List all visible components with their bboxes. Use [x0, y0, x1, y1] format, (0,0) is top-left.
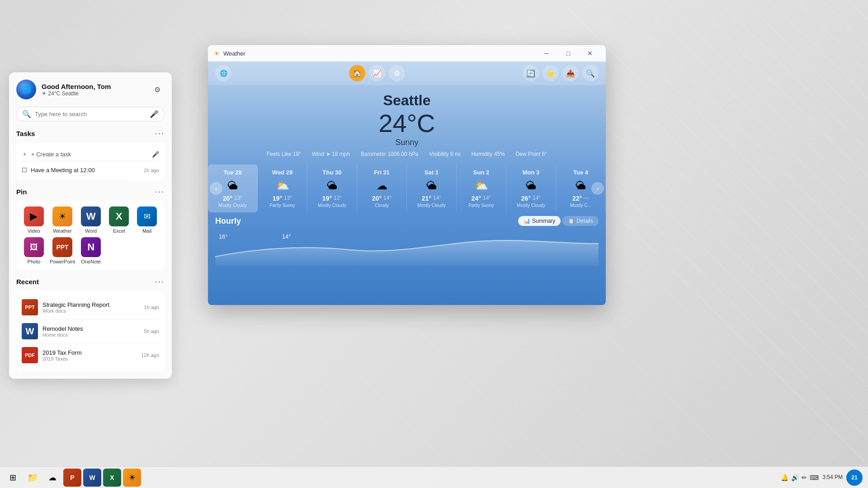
share-button[interactable]: 📤: [562, 65, 579, 81]
forecast-nav-button[interactable]: 📈: [369, 65, 385, 81]
task-item[interactable]: ☐ Have a Meeting at 12:00 2h ago: [22, 165, 159, 175]
weather-window: ☀ Weather ─ □ ✕ 🌐 🏠 📈 ⚙: [208, 45, 606, 305]
hourly-title: Hourly: [215, 216, 241, 226]
city-name: Seattle: [208, 92, 606, 109]
pin-grid: ▶ Video ☀ Weather W Word X Excel ✉ Mail …: [16, 201, 165, 270]
chart-icon: 📊: [524, 218, 530, 224]
forecast-high-2: 19°: [322, 195, 332, 202]
recent-more-button[interactable]: ···: [155, 277, 165, 286]
avatar[interactable]: 🌐: [16, 80, 36, 99]
forecast-prev-button[interactable]: ‹: [210, 182, 222, 195]
excel-icon: X: [109, 206, 129, 226]
search-bar[interactable]: 🔍 🎤: [16, 107, 165, 122]
recent-item-1[interactable]: W Remodel Notes Home docs 5h ago: [22, 319, 159, 343]
recent-item-0[interactable]: PPT Strategic Planning Report Work docs …: [22, 296, 159, 319]
forecast-low-5: 14°: [483, 195, 491, 202]
pin-powerpoint[interactable]: PPT PowerPoint: [50, 237, 75, 264]
details-label: Details: [576, 218, 593, 224]
forecast-low-6: 14°: [533, 195, 541, 202]
forecast-day-5: Sun 2: [473, 169, 489, 176]
notification-badge[interactable]: 21: [846, 469, 863, 486]
recent-file-location-0: Work docs: [42, 308, 109, 314]
system-tray-icon-1[interactable]: 🔔: [781, 474, 788, 481]
desktop: 🌐 Good Afternoon, Tom ☀ 24°C Seattle ⚙ 🔍…: [0, 0, 868, 488]
onedrive-button[interactable]: ☁: [43, 469, 61, 487]
settings-button[interactable]: ⚙: [150, 82, 165, 97]
current-condition: Sunny: [208, 138, 606, 147]
widget-panel: 🌐 Good Afternoon, Tom ☀ 24°C Seattle ⚙ 🔍…: [9, 72, 172, 379]
recent-file-location-1: Home docs: [42, 332, 83, 338]
forecast-day-1: Wed 29: [272, 169, 292, 176]
forecast-item-5[interactable]: Sun 2 ⛅ 24° 14° Partly Sunny: [457, 164, 506, 212]
forecast-item-3[interactable]: Fri 31 ☁ 20° 14° Cloudy: [357, 164, 407, 212]
forecast-high-3: 20°: [372, 195, 382, 202]
create-task-button[interactable]: ＋ + Create a task 🎤: [22, 147, 159, 161]
system-tray: 🔔 🔊 ✏ ⌨: [781, 474, 819, 481]
forecast-item-6[interactable]: Mon 3 🌥 26° 14° Mostly Cloudy: [506, 164, 556, 212]
forecast-item-2[interactable]: Thu 30 🌥 19° 12° Mostly Cloudy: [307, 164, 357, 212]
details-button[interactable]: 📋 Details: [562, 216, 599, 226]
hourly-temp-0: 16°: [219, 233, 228, 240]
weather-taskbar-button[interactable]: ☀: [123, 469, 141, 487]
refresh-button[interactable]: 🔄: [523, 65, 539, 81]
list-icon: 📋: [568, 218, 575, 224]
forecast-icon-5: ⛅: [475, 179, 488, 192]
pin-weather[interactable]: ☀ Weather: [50, 206, 75, 234]
forecast-day-7: Tue 4: [573, 169, 588, 176]
close-button[interactable]: ✕: [580, 47, 600, 60]
pin-word[interactable]: W Word: [79, 206, 103, 234]
forecast-item-4[interactable]: Sat 1 🌥 21° 14° Mostly Cloudy: [407, 164, 457, 212]
forecast-day-0: Tue 28: [223, 169, 241, 176]
recent-file-name-1: Remodel Notes: [42, 325, 83, 332]
pin-excel[interactable]: X Excel: [107, 206, 131, 234]
forecast-next-button[interactable]: ›: [591, 182, 604, 195]
favorite-button[interactable]: ⭐: [542, 65, 559, 81]
summary-button[interactable]: 📊 Summary: [518, 216, 561, 226]
tasks-more-button[interactable]: ···: [155, 129, 165, 138]
taskbar: ⊞ 📁 ☁ P W X ☀ 🔔 🔊 ✏ ⌨ 3:54 PM 21: [0, 466, 868, 488]
forecast-low-3: 14°: [383, 195, 392, 202]
hourly-temp-1: 14°: [282, 233, 291, 240]
pin-video[interactable]: ▶ Video: [22, 206, 46, 234]
powerpoint-taskbar-button[interactable]: P: [63, 469, 81, 487]
search-icon: 🔍: [22, 110, 31, 118]
forecast-icon-7: 🌥: [576, 179, 586, 192]
recent-item-2[interactable]: PDF 2019 Tax Form 2019 Taxes 12h ago: [22, 343, 159, 367]
forecast-cond-0: Mostly Cloudy: [218, 203, 247, 208]
file-explorer-button[interactable]: 📁: [24, 469, 42, 487]
search-input[interactable]: [35, 111, 146, 117]
pin-excel-label: Excel: [113, 228, 125, 234]
humidity-detail: Humidity 45%: [472, 151, 505, 157]
location-nav-button[interactable]: 🌐: [215, 65, 231, 81]
home-nav-button[interactable]: 🏠: [349, 65, 365, 81]
excel-taskbar-button[interactable]: X: [103, 469, 121, 487]
minimize-button[interactable]: ─: [536, 47, 557, 60]
start-button[interactable]: ⊞: [4, 469, 22, 487]
microphone-task-icon[interactable]: 🎤: [152, 151, 159, 158]
weather-content: 🌐 🏠 📈 ⚙ 🔄 ⭐ 📤 🔍 Seattle 24°C Sunn: [208, 61, 606, 305]
pin-onenote[interactable]: N OneNote: [79, 237, 103, 264]
checkbox-icon[interactable]: ☐: [22, 167, 27, 174]
settings-nav-button[interactable]: ⚙: [389, 65, 405, 81]
forecast-high-1: 19°: [273, 195, 282, 202]
word-taskbar-button[interactable]: W: [83, 469, 101, 487]
taskbar-time[interactable]: 3:54 PM: [822, 474, 843, 481]
pin-mail[interactable]: ✉ Mail: [135, 206, 159, 234]
pin-more-button[interactable]: ···: [155, 187, 165, 197]
system-tray-icon-2[interactable]: 🔊: [791, 474, 799, 481]
forecast-low-7: —: [584, 195, 589, 202]
maximize-button[interactable]: □: [558, 47, 579, 60]
pin-word-label: Word: [85, 228, 97, 234]
system-tray-icon-3[interactable]: ✏: [802, 474, 807, 481]
search-weather-button[interactable]: 🔍: [582, 65, 599, 81]
plus-icon: ＋: [22, 150, 28, 158]
visibility-detail: Visibility 6 mi: [429, 151, 460, 157]
forecast-icon-1: ⛅: [276, 179, 289, 192]
system-tray-icon-4[interactable]: ⌨: [810, 474, 819, 481]
microphone-icon[interactable]: 🎤: [150, 110, 159, 118]
forecast-item-1[interactable]: Wed 29 ⛅ 19° 13° Partly Sunny: [258, 164, 307, 212]
pin-photo[interactable]: 🖼 Photo: [22, 237, 46, 264]
pin-weather-label: Weather: [53, 228, 71, 234]
onenote-icon: N: [81, 237, 101, 257]
forecast-high-4: 21°: [422, 195, 431, 202]
